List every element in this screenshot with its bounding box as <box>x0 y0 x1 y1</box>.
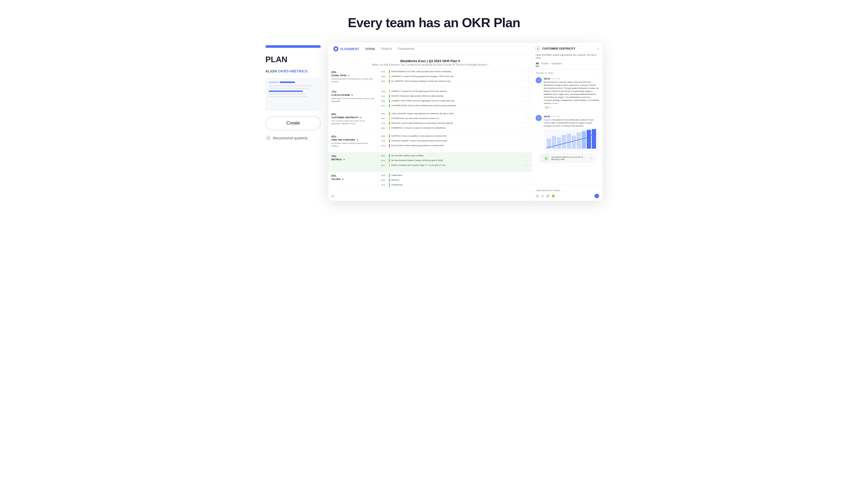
attachment-close-button[interactable]: ✕ <box>590 157 592 160</box>
comment-row-1: J Jim B 12:14 AM ⋯ We will help the cust… <box>536 77 599 109</box>
nav-item-frameworks[interactable]: Frameworks <box>398 47 415 51</box>
kr-pct: 76% <box>381 105 388 107</box>
avatar-jim-2: J <box>536 115 542 121</box>
reaction-pill-1[interactable]: 👋 1 <box>544 106 551 109</box>
okr-right-values: 94% Collaboration ✓☆ 95% Efficiency ✓☆ <box>379 172 532 191</box>
nav-item-projects[interactable]: Projects <box>381 47 392 51</box>
tag-dot-iconic <box>348 75 349 76</box>
okr-left-bi: 77% #1 BI PLATFORM Make Open Core the mo… <box>328 88 379 110</box>
table-row: 68% CUSTOMER CENTRICITY The customer wil… <box>328 110 532 133</box>
kr-text: Collaboration <box>391 174 524 176</box>
kr-item: 76% CONTRIBUTIONS: Grow to 1000 contribu… <box>381 104 529 107</box>
add-row-button[interactable]: ⊕ <box>328 192 532 201</box>
okr-right-category: 88% ADOPTION: Focus on usability for new… <box>379 133 532 152</box>
kr-icons: ✓☆≡ <box>524 105 529 107</box>
nav-item-activity[interactable]: Activity <box>365 47 375 51</box>
chart-bars <box>546 131 597 149</box>
comment-action-icon-2[interactable]: ⋯ <box>596 115 599 118</box>
kr-dot-yellow <box>389 117 390 120</box>
create-button[interactable]: Create <box>266 116 321 130</box>
kr-icons: ✓☆≡ <box>524 113 529 115</box>
comment-time-1: 12:14 AM <box>552 77 560 80</box>
comment-text-2: #updates We added 23 new $100k plus cust… <box>544 119 599 128</box>
left-panel: PLAN ALIGN OKRS+METRICS Create ↺ <box>266 43 321 141</box>
chart-bar <box>592 129 596 149</box>
toolbar-link-icon[interactable]: 🔗 <box>546 194 550 198</box>
kr-dot-green <box>389 70 390 73</box>
tag-dot-bi <box>351 95 353 96</box>
comment-meta-2: Jim B 12:25 AM ⋯ <box>544 115 599 118</box>
sidebar-date-header: January 13, 2024 <box>532 69 602 76</box>
tab-all[interactable]: All <box>536 62 539 66</box>
chart-bar <box>552 136 556 149</box>
toolbar-attach-icon[interactable]: 📎 <box>536 194 539 198</box>
chart-bar <box>577 132 581 149</box>
okr-percent-values: 95% <box>331 174 375 177</box>
preview-line-5 <box>269 96 308 97</box>
kr-pct: 86% <box>381 155 388 157</box>
okr-right-iconic: 92% PERFORMANCE CULTURE: Have top talent… <box>379 68 532 88</box>
okr-left-category: 65% OWN THE CATEGORY Accelerate market m… <box>328 133 379 152</box>
kr-text: LEARNING X: Invest in learning programs … <box>391 75 522 78</box>
kr-dot-green <box>389 139 390 142</box>
tab-updates[interactable]: #updates <box>552 62 562 66</box>
chart-bar <box>547 139 551 149</box>
kr-pct: 68% <box>381 164 388 166</box>
toolbar-mention-icon[interactable]: @ <box>541 194 544 197</box>
toolbar-emoji-icon[interactable]: 😊 <box>552 194 555 198</box>
comment-input[interactable] <box>536 189 599 192</box>
kr-text: Net New Business Pipeline Created: $112M… <box>391 159 522 162</box>
tag-dot-metrics <box>343 159 345 160</box>
toolbar-send-button[interactable]: ↑ <box>594 194 599 198</box>
preview-inner <box>269 82 317 97</box>
chart-preview <box>544 129 599 152</box>
table-row: 83% ICONIC TEAM Inclusive growth & devel… <box>328 68 532 88</box>
table-row: 65% OWN THE CATEGORY Accelerate market m… <box>328 133 532 153</box>
comment-action-icon-1[interactable]: ⋯ <box>596 77 599 80</box>
kr-pct: 92% <box>381 95 388 97</box>
kr-dot-green <box>389 99 390 103</box>
okr-team-desc-category: Accelerate market maturity around the BI… <box>331 142 375 148</box>
comment-time-2: 12:25 AM <box>552 115 560 118</box>
preview-bar-2 <box>280 82 295 83</box>
kr-icons: ✓☆≡ <box>524 75 529 77</box>
kr-icons: ✓☆≡ <box>524 118 529 120</box>
comment-reactions-1: 👋 1 <box>544 106 599 109</box>
comment-author-1: Jim B <box>544 77 550 80</box>
kr-text: PERFORMANCE CULTURE: Have top talent tea… <box>391 70 522 73</box>
sidebar-doc-icon: ▤ <box>536 46 540 51</box>
kr-icons: ✓☆≡ <box>524 80 529 82</box>
kr-dot-green <box>389 154 390 158</box>
okr-table: 83% ICONIC TEAM Inclusive growth & devel… <box>328 68 532 201</box>
kr-item: 95% ALL REMOTE: Host the deepest catalog… <box>381 79 529 83</box>
kr-pct: 58% <box>381 127 388 129</box>
app-window: ALIGNMENT Activity Projects Frameworks B… <box>328 43 602 201</box>
plan-badge-bar <box>266 45 321 48</box>
okr-right-bi: 53% USABILITY: Improve the UX through pu… <box>379 88 532 110</box>
kr-pct: 95% <box>381 179 388 182</box>
kr-dot-green <box>389 94 390 98</box>
kr-icons: ✓☆≡ <box>524 122 529 124</box>
kr-item: 88% ADOPTION: Focus on usability for new… <box>381 134 529 138</box>
kr-dot-yellow <box>389 90 390 93</box>
comment-meta-1: Jim B 12:14 AM ⋯ <box>544 77 599 80</box>
align-highlight: OKRS+METRICS <box>278 69 308 73</box>
comment-tag-1: #notes <box>552 102 558 104</box>
kr-icons: ✓☆≡ <box>524 127 529 129</box>
kr-icons: ✓☆≡ <box>524 155 529 157</box>
okr-left-iconic: 83% ICONIC TEAM Inclusive growth & devel… <box>328 68 379 88</box>
comment-actions-2: ⋯ <box>596 115 599 118</box>
kr-pct: 63% <box>381 75 388 78</box>
sidebar-expand-button[interactable]: » <box>597 46 599 51</box>
okr-team-name-customer: CUSTOMER CENTRICITY <box>331 116 375 119</box>
okr-subtitle: Make it so that Everyone Can Contribute … <box>333 63 527 66</box>
kr-icons: ✓☆≡ <box>524 160 529 162</box>
sidebar-title: CUSTOMER CENTRICITY <box>542 47 576 50</box>
tab-notes[interactable]: #notes <box>541 62 549 66</box>
comment-actions-1: ⋯ <box>596 77 599 80</box>
kr-dot-green <box>389 79 390 83</box>
okr-team-name-category: OWN THE CATEGORY <box>331 139 375 141</box>
kr-text: ALL REMOTE: Host the deepest catalog of … <box>391 80 522 83</box>
brand-icon <box>333 46 338 51</box>
kr-text: Net new ARR: $82M [vs goal of $95M] <box>391 155 522 157</box>
